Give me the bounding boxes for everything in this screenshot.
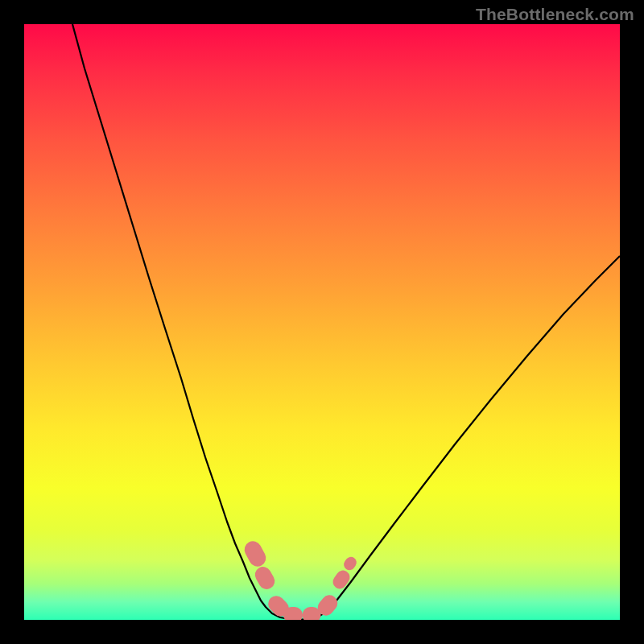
- watermark-text: TheBottleneck.com: [476, 5, 634, 24]
- bottleneck-curve: [24, 24, 620, 620]
- plot-area: [24, 24, 620, 620]
- chart-frame: TheBottleneck.com: [0, 0, 644, 644]
